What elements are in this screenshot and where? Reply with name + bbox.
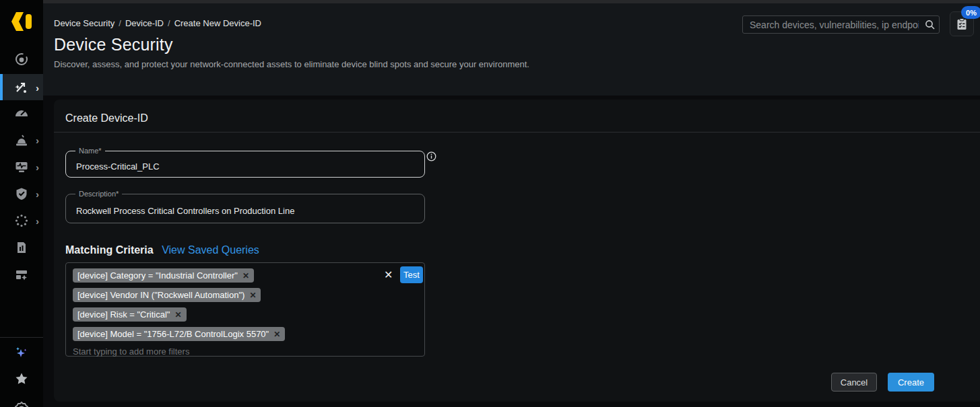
description-field-label: Description* [75, 190, 122, 198]
filter-chip-label: [device] Risk = "Critical" [77, 309, 170, 320]
global-search [742, 15, 940, 34]
name-field: Name* [65, 151, 425, 178]
star-icon [14, 371, 29, 386]
chip-remove-icon[interactable]: ✕ [174, 310, 181, 320]
filter-chip[interactable]: [device] Risk = "Critical"✕ [73, 307, 187, 322]
chip-remove-icon[interactable]: ✕ [273, 330, 280, 339]
report-chart-icon [14, 240, 29, 255]
chip-remove-icon[interactable]: ✕ [249, 291, 256, 300]
alarm-siren-icon [14, 133, 29, 147]
page-subtitle: Discover, assess, and protect your netwo… [54, 59, 529, 69]
sidebar-item-discover[interactable] [0, 46, 43, 73]
brand-logo-icon[interactable] [9, 9, 35, 34]
sidebar-item-ai-assistant[interactable] [0, 339, 43, 366]
chevron-right-icon: › [36, 162, 39, 172]
page-header: Device Security/Device-ID/Create New Dev… [43, 3, 980, 96]
breadcrumb-separator: / [168, 18, 170, 28]
ai-sparkles-icon [13, 344, 30, 361]
sidebar-divider [0, 337, 43, 338]
search-input[interactable] [743, 16, 921, 33]
breadcrumb-item: Create New Device-ID [174, 18, 261, 28]
sidebar-item-favorites[interactable] [0, 365, 43, 392]
sidebar-item-device-security[interactable]: › [0, 74, 43, 100]
breadcrumb-separator: / [119, 18, 121, 28]
chip-remove-icon[interactable]: ✕ [242, 271, 249, 281]
card-title: Create Device-ID [65, 112, 148, 124]
page-title: Device Security [54, 35, 173, 54]
filter-chip[interactable]: [device] Category = "Industrial Controll… [73, 268, 254, 283]
test-button[interactable]: Test [400, 266, 423, 283]
search-icon[interactable] [921, 20, 939, 30]
chevron-right-icon: › [36, 135, 39, 145]
chevron-right-icon: › [36, 216, 39, 226]
sidebar-item-reports[interactable] [0, 234, 43, 261]
clear-query-icon[interactable]: ✕ [384, 268, 393, 281]
filter-input-placeholder[interactable]: Start typing to add more filters [73, 346, 418, 357]
blocks-sparkle-icon [14, 267, 29, 282]
cancel-button[interactable]: Cancel [831, 373, 877, 392]
filter-chip-label: [device] Category = "Industrial Controll… [77, 270, 238, 281]
name-input[interactable] [66, 151, 424, 177]
filter-chip-list: [device] Category = "Industrial Controll… [73, 268, 418, 341]
card-divider [54, 132, 980, 133]
name-field-label: Name* [75, 147, 105, 155]
gauge-icon [14, 106, 29, 121]
sidebar-item-device-monitoring[interactable]: › [0, 153, 43, 180]
filter-chip-label: [device] Vendor IN ("Rockwell Automation… [77, 290, 244, 300]
sidebar-item-dashboard[interactable] [0, 100, 43, 127]
progress-badge[interactable]: 0% [961, 6, 980, 19]
sidebar-item-assets-inventory[interactable] [0, 261, 43, 288]
view-saved-queries-link[interactable]: View Saved Queries [162, 244, 259, 256]
gear-icon [14, 400, 29, 407]
description-field: Description* [65, 194, 425, 223]
clipboard-checklist-icon [955, 17, 969, 31]
breadcrumb-item[interactable]: Device Security [54, 18, 115, 28]
filter-chip-label: [device] Model = "1756-L72/B ControlLogi… [77, 329, 269, 339]
chevron-right-icon: › [36, 189, 39, 199]
filter-chip[interactable]: [device] Model = "1756-L72/B ControlLogi… [73, 327, 285, 341]
shield-check-icon [14, 186, 29, 201]
filter-chip[interactable]: [device] Vendor IN ("Rockwell Automation… [73, 288, 261, 302]
sidebar: › › › [0, 0, 43, 407]
sidebar-item-policy-compliance[interactable]: › [0, 180, 43, 207]
query-builder[interactable]: [device] Category = "Industrial Controll… [65, 262, 425, 357]
breadcrumb-item[interactable]: Device-ID [125, 18, 164, 28]
monitor-pulse-icon [14, 159, 29, 174]
create-button[interactable]: Create [888, 373, 934, 392]
matching-criteria-heading: Matching Criteria [65, 244, 154, 256]
sidebar-item-settings[interactable] [0, 396, 43, 407]
sidebar-item-integrations[interactable]: › [0, 207, 43, 234]
sidebar-item-alerts[interactable]: › [0, 126, 43, 153]
dotted-circle-icon [14, 213, 29, 228]
breadcrumb: Device Security/Device-ID/Create New Dev… [54, 18, 261, 28]
info-icon[interactable] [426, 151, 436, 164]
chevron-right-icon: › [36, 82, 39, 92]
device-id-route-icon [13, 80, 28, 95]
create-device-id-card: Create Device-ID Name* Description* Matc… [54, 100, 980, 402]
description-input[interactable] [66, 194, 424, 223]
target-icon [14, 52, 29, 67]
app-root: › › › [0, 0, 980, 407]
